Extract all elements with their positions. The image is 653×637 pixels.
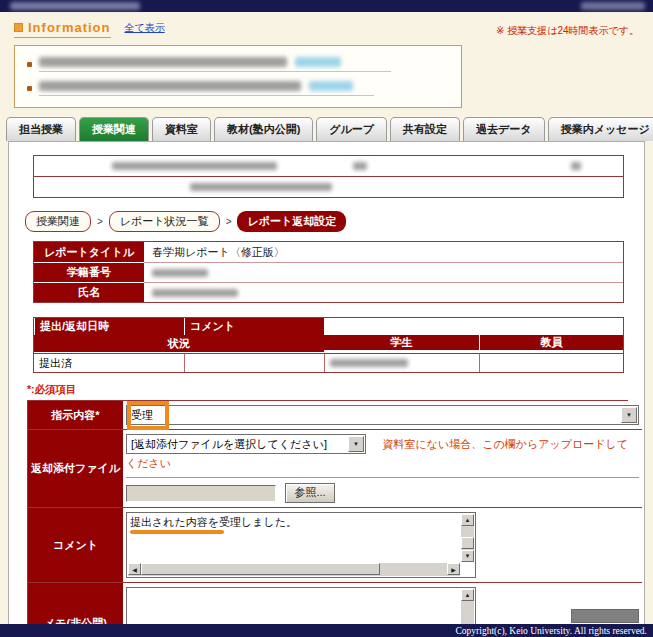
information-heading: Information [14, 20, 111, 38]
notice-item[interactable] [25, 77, 451, 101]
main-panel: 授業 曜日/時限 履修者数 採点責任者(共同担当者) 授業関連 > レポート状況… [8, 141, 645, 637]
student-name-label: 氏名 [34, 282, 144, 302]
date-header: 提出/返却日時 [34, 318, 184, 335]
course-value [106, 156, 283, 176]
notice-item[interactable] [25, 53, 451, 77]
course-info-table: 授業 曜日/時限 履修者数 採点責任者(共同担当者) [33, 155, 624, 198]
redacted-grader-names [190, 183, 332, 191]
redacted-count [571, 162, 581, 170]
support-hours-note: ※ 授業支援は24時間表示です。 [496, 24, 639, 38]
attachment-cell: [返却添付ファイルを選択してください] ▼ 資料室にない場合、この欄からアップロ… [123, 429, 642, 507]
tab-class-messages[interactable]: 授業内メッセージ [548, 117, 653, 141]
breadcrumb-current-return-settings: レポート返却設定 [237, 211, 346, 232]
information-section: Information 全て表示 ※ 授業支援は24時間表示です。 [0, 12, 653, 108]
scrollbar-thumb[interactable] [141, 563, 380, 575]
redacted-notice-text [39, 81, 301, 91]
scroll-right-icon[interactable]: ▶ [447, 563, 460, 575]
student-id-value [144, 262, 623, 282]
tab-library[interactable]: 資料室 [152, 117, 211, 141]
attachment-select[interactable]: [返却添付ファイルを選択してください] ▼ [126, 434, 366, 454]
horizontal-scrollbar[interactable]: ◀ ▶ [128, 563, 460, 576]
comment-text: 提出された内容を受理しました。 [130, 516, 297, 528]
dropdown-arrow-icon[interactable]: ▼ [621, 407, 637, 423]
redacted-notice-text [39, 57, 287, 67]
top-title-bar [0, 0, 653, 12]
status-table: 状況 提出/返却日時 コメント 学生 教員 提出済 [33, 317, 624, 373]
redacted-site-title [10, 2, 140, 10]
enrolled-label: 履修者数 [499, 156, 565, 176]
student-status-cell: 提出済 [34, 353, 184, 372]
tab-materials[interactable]: 教材(塾内公開) [214, 117, 313, 141]
student-id-label: 学籍番号 [34, 262, 144, 282]
tab-my-classes[interactable]: 担当授業 [6, 117, 76, 141]
redacted-day [353, 162, 367, 170]
notice-link[interactable] [309, 81, 353, 91]
comment-textarea[interactable]: 提出された内容を受理しました。 ▲ ▼ ◀ ▶ [126, 512, 476, 578]
redacted-user-name [581, 2, 645, 10]
redacted-date [330, 359, 408, 367]
status-header: 状況 [34, 335, 324, 353]
scroll-left-icon[interactable]: ◀ [128, 563, 141, 575]
information-box [14, 45, 462, 108]
date-cell [324, 353, 479, 372]
comment-header: コメント [184, 318, 324, 335]
comment-cell-form: 提出された内容を受理しました。 ▲ ▼ ◀ ▶ [123, 507, 642, 582]
notice-link[interactable] [295, 57, 341, 67]
browse-button[interactable]: 参照... [285, 483, 334, 503]
dropdown-arrow-icon[interactable]: ▼ [348, 436, 364, 452]
scrollbar-thumb[interactable] [571, 609, 639, 623]
tab-group[interactable]: グループ [316, 117, 387, 141]
instruction-label: 指示内容* [28, 401, 123, 429]
return-settings-form: 指示内容* 受理 ▼ 返却添付ファイル [返却添付ファイルを選択してください] … [27, 400, 628, 637]
breadcrumb-separator: > [226, 216, 232, 227]
information-title: Information [28, 20, 111, 35]
grader-value [184, 177, 623, 197]
annotation-underline-comment [130, 530, 224, 534]
breadcrumb-report-list[interactable]: レポート状況一覧 [109, 211, 220, 232]
day-period-label: 曜日/時限 [283, 156, 347, 176]
comment-cell [479, 353, 623, 372]
grader-label: 採点責任者(共同担当者) [34, 177, 184, 197]
report-title-label: レポートタイトル [34, 242, 144, 262]
page-root: Information 全て表示 ※ 授業支援は24時間表示です。 [0, 0, 653, 637]
teacher-status-cell [184, 353, 324, 372]
bullet-icon [27, 62, 32, 67]
breadcrumb-course-related[interactable]: 授業関連 [25, 211, 91, 232]
report-info-table: レポートタイトル 春学期レポート〈修正版〉 学籍番号 氏名 [33, 241, 624, 303]
scroll-up-icon[interactable]: ▲ [461, 514, 474, 526]
tab-past-data[interactable]: 過去データ [463, 117, 545, 141]
scrollbar-thumb[interactable] [461, 537, 474, 549]
instruction-select[interactable]: 受理 ▼ [126, 405, 639, 425]
scroll-down-icon[interactable]: ▼ [461, 550, 474, 562]
tab-share-settings[interactable]: 共有設定 [390, 117, 460, 141]
breadcrumb: 授業関連 > レポート状況一覧 > レポート返却設定 [25, 211, 628, 232]
instruction-value: 受理 [131, 409, 153, 421]
bullet-icon [27, 86, 32, 91]
comment-label: コメント [28, 507, 123, 582]
show-all-link[interactable]: 全て表示 [125, 21, 165, 38]
attachment-label: 返却添付ファイル [28, 429, 123, 507]
teacher-subheader: 教員 [479, 335, 623, 350]
tab-course-related[interactable]: 授業関連 [79, 117, 149, 141]
report-title-value: 春学期レポート〈修正版〉 [144, 242, 623, 262]
course-label: 授業 [34, 156, 106, 176]
file-path-input[interactable] [126, 485, 276, 502]
required-fields-note: *:必須項目 [27, 383, 628, 397]
student-subheader: 学生 [324, 335, 479, 350]
vertical-scrollbar[interactable]: ▲ ▼ [461, 514, 474, 562]
student-name-value [144, 282, 623, 302]
redacted-student-id [152, 269, 208, 277]
footer-bar: Copyright(c), Keio University. All right… [0, 624, 653, 637]
redacted-course-name [112, 162, 277, 170]
copyright-text: Copyright(c), Keio University. All right… [456, 626, 647, 636]
enrolled-value [565, 156, 623, 176]
day-period-value [347, 156, 499, 176]
orange-square-icon [14, 23, 23, 32]
tab-bar: 担当授業 授業関連 資料室 教材(塾内公開) グループ 共有設定 過去データ 授… [0, 117, 653, 141]
redacted-student-name [152, 289, 238, 297]
instruction-cell: 受理 ▼ [123, 401, 642, 429]
attachment-select-value: [返却添付ファイルを選択してください] [131, 438, 327, 450]
breadcrumb-separator: > [97, 216, 103, 227]
scroll-up-icon[interactable]: ▲ [461, 589, 474, 601]
